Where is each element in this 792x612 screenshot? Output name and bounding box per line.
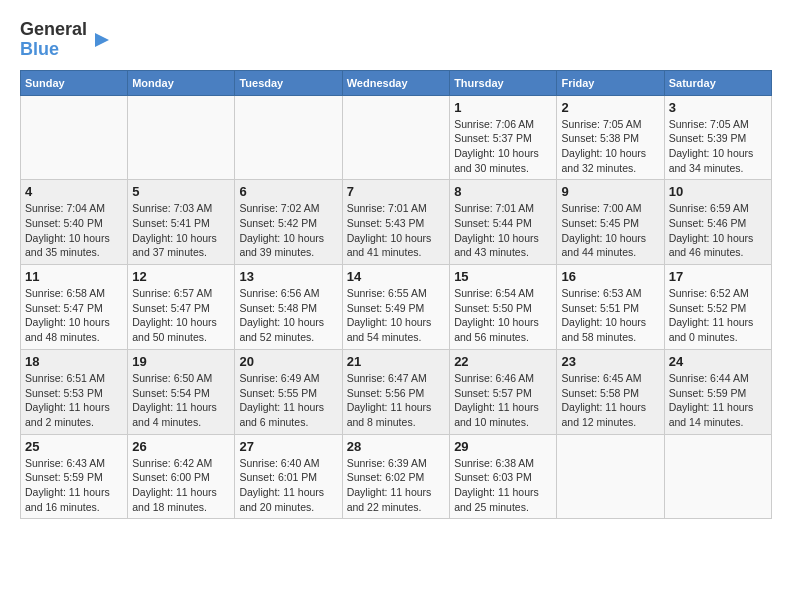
day-number: 16 xyxy=(561,269,659,284)
day-cell xyxy=(235,95,342,180)
day-info: Sunrise: 7:04 AMSunset: 5:40 PMDaylight:… xyxy=(25,201,123,260)
day-cell xyxy=(128,95,235,180)
day-number: 24 xyxy=(669,354,767,369)
day-cell: 22Sunrise: 6:46 AMSunset: 5:57 PMDayligh… xyxy=(450,349,557,434)
logo-text-general: General xyxy=(20,19,87,39)
day-info: Sunrise: 6:45 AMSunset: 5:58 PMDaylight:… xyxy=(561,371,659,430)
day-cell xyxy=(21,95,128,180)
day-cell: 6Sunrise: 7:02 AMSunset: 5:42 PMDaylight… xyxy=(235,180,342,265)
day-cell: 8Sunrise: 7:01 AMSunset: 5:44 PMDaylight… xyxy=(450,180,557,265)
day-number: 1 xyxy=(454,100,552,115)
day-cell: 10Sunrise: 6:59 AMSunset: 5:46 PMDayligh… xyxy=(664,180,771,265)
day-info: Sunrise: 6:42 AMSunset: 6:00 PMDaylight:… xyxy=(132,456,230,515)
day-cell: 5Sunrise: 7:03 AMSunset: 5:41 PMDaylight… xyxy=(128,180,235,265)
week-row-2: 4Sunrise: 7:04 AMSunset: 5:40 PMDaylight… xyxy=(21,180,772,265)
day-info: Sunrise: 6:50 AMSunset: 5:54 PMDaylight:… xyxy=(132,371,230,430)
day-cell: 2Sunrise: 7:05 AMSunset: 5:38 PMDaylight… xyxy=(557,95,664,180)
day-number: 17 xyxy=(669,269,767,284)
day-number: 3 xyxy=(669,100,767,115)
day-info: Sunrise: 6:51 AMSunset: 5:53 PMDaylight:… xyxy=(25,371,123,430)
week-row-1: 1Sunrise: 7:06 AMSunset: 5:37 PMDaylight… xyxy=(21,95,772,180)
weekday-header-thursday: Thursday xyxy=(450,70,557,95)
day-number: 14 xyxy=(347,269,445,284)
day-info: Sunrise: 7:00 AMSunset: 5:45 PMDaylight:… xyxy=(561,201,659,260)
day-cell: 16Sunrise: 6:53 AMSunset: 5:51 PMDayligh… xyxy=(557,265,664,350)
day-cell: 28Sunrise: 6:39 AMSunset: 6:02 PMDayligh… xyxy=(342,434,449,519)
day-info: Sunrise: 6:44 AMSunset: 5:59 PMDaylight:… xyxy=(669,371,767,430)
day-number: 25 xyxy=(25,439,123,454)
day-number: 12 xyxy=(132,269,230,284)
day-info: Sunrise: 6:55 AMSunset: 5:49 PMDaylight:… xyxy=(347,286,445,345)
day-number: 9 xyxy=(561,184,659,199)
day-cell: 9Sunrise: 7:00 AMSunset: 5:45 PMDaylight… xyxy=(557,180,664,265)
day-cell: 23Sunrise: 6:45 AMSunset: 5:58 PMDayligh… xyxy=(557,349,664,434)
day-info: Sunrise: 6:54 AMSunset: 5:50 PMDaylight:… xyxy=(454,286,552,345)
day-number: 6 xyxy=(239,184,337,199)
day-cell: 15Sunrise: 6:54 AMSunset: 5:50 PMDayligh… xyxy=(450,265,557,350)
calendar-table: SundayMondayTuesdayWednesdayThursdayFrid… xyxy=(20,70,772,520)
day-number: 18 xyxy=(25,354,123,369)
day-number: 15 xyxy=(454,269,552,284)
day-info: Sunrise: 6:57 AMSunset: 5:47 PMDaylight:… xyxy=(132,286,230,345)
weekday-header-sunday: Sunday xyxy=(21,70,128,95)
day-info: Sunrise: 6:59 AMSunset: 5:46 PMDaylight:… xyxy=(669,201,767,260)
day-number: 8 xyxy=(454,184,552,199)
day-number: 5 xyxy=(132,184,230,199)
day-number: 21 xyxy=(347,354,445,369)
day-info: Sunrise: 6:53 AMSunset: 5:51 PMDaylight:… xyxy=(561,286,659,345)
weekday-header-monday: Monday xyxy=(128,70,235,95)
week-row-5: 25Sunrise: 6:43 AMSunset: 5:59 PMDayligh… xyxy=(21,434,772,519)
day-info: Sunrise: 7:02 AMSunset: 5:42 PMDaylight:… xyxy=(239,201,337,260)
day-cell: 11Sunrise: 6:58 AMSunset: 5:47 PMDayligh… xyxy=(21,265,128,350)
day-info: Sunrise: 7:01 AMSunset: 5:43 PMDaylight:… xyxy=(347,201,445,260)
day-info: Sunrise: 6:43 AMSunset: 5:59 PMDaylight:… xyxy=(25,456,123,515)
weekday-header-friday: Friday xyxy=(557,70,664,95)
day-number: 23 xyxy=(561,354,659,369)
day-cell: 21Sunrise: 6:47 AMSunset: 5:56 PMDayligh… xyxy=(342,349,449,434)
day-number: 7 xyxy=(347,184,445,199)
svg-marker-0 xyxy=(95,33,109,47)
day-number: 19 xyxy=(132,354,230,369)
day-cell xyxy=(557,434,664,519)
day-cell xyxy=(664,434,771,519)
day-cell: 17Sunrise: 6:52 AMSunset: 5:52 PMDayligh… xyxy=(664,265,771,350)
day-info: Sunrise: 6:49 AMSunset: 5:55 PMDaylight:… xyxy=(239,371,337,430)
day-number: 4 xyxy=(25,184,123,199)
logo-text-blue: Blue xyxy=(20,39,59,59)
day-info: Sunrise: 6:38 AMSunset: 6:03 PMDaylight:… xyxy=(454,456,552,515)
weekday-header-tuesday: Tuesday xyxy=(235,70,342,95)
weekday-header-saturday: Saturday xyxy=(664,70,771,95)
day-number: 2 xyxy=(561,100,659,115)
day-info: Sunrise: 7:03 AMSunset: 5:41 PMDaylight:… xyxy=(132,201,230,260)
day-cell: 3Sunrise: 7:05 AMSunset: 5:39 PMDaylight… xyxy=(664,95,771,180)
week-row-3: 11Sunrise: 6:58 AMSunset: 5:47 PMDayligh… xyxy=(21,265,772,350)
day-cell: 27Sunrise: 6:40 AMSunset: 6:01 PMDayligh… xyxy=(235,434,342,519)
day-cell: 13Sunrise: 6:56 AMSunset: 5:48 PMDayligh… xyxy=(235,265,342,350)
day-cell: 14Sunrise: 6:55 AMSunset: 5:49 PMDayligh… xyxy=(342,265,449,350)
day-cell: 19Sunrise: 6:50 AMSunset: 5:54 PMDayligh… xyxy=(128,349,235,434)
day-info: Sunrise: 6:46 AMSunset: 5:57 PMDaylight:… xyxy=(454,371,552,430)
day-cell: 4Sunrise: 7:04 AMSunset: 5:40 PMDaylight… xyxy=(21,180,128,265)
logo: General Blue xyxy=(20,20,113,60)
day-cell: 12Sunrise: 6:57 AMSunset: 5:47 PMDayligh… xyxy=(128,265,235,350)
day-cell: 7Sunrise: 7:01 AMSunset: 5:43 PMDaylight… xyxy=(342,180,449,265)
day-info: Sunrise: 7:05 AMSunset: 5:39 PMDaylight:… xyxy=(669,117,767,176)
day-info: Sunrise: 6:56 AMSunset: 5:48 PMDaylight:… xyxy=(239,286,337,345)
day-cell: 25Sunrise: 6:43 AMSunset: 5:59 PMDayligh… xyxy=(21,434,128,519)
day-info: Sunrise: 6:39 AMSunset: 6:02 PMDaylight:… xyxy=(347,456,445,515)
day-number: 10 xyxy=(669,184,767,199)
day-number: 27 xyxy=(239,439,337,454)
day-info: Sunrise: 7:05 AMSunset: 5:38 PMDaylight:… xyxy=(561,117,659,176)
day-cell: 18Sunrise: 6:51 AMSunset: 5:53 PMDayligh… xyxy=(21,349,128,434)
weekday-header-wednesday: Wednesday xyxy=(342,70,449,95)
day-info: Sunrise: 6:58 AMSunset: 5:47 PMDaylight:… xyxy=(25,286,123,345)
week-row-4: 18Sunrise: 6:51 AMSunset: 5:53 PMDayligh… xyxy=(21,349,772,434)
day-cell xyxy=(342,95,449,180)
day-number: 11 xyxy=(25,269,123,284)
weekday-header-row: SundayMondayTuesdayWednesdayThursdayFrid… xyxy=(21,70,772,95)
day-number: 26 xyxy=(132,439,230,454)
day-number: 20 xyxy=(239,354,337,369)
day-number: 29 xyxy=(454,439,552,454)
day-cell: 24Sunrise: 6:44 AMSunset: 5:59 PMDayligh… xyxy=(664,349,771,434)
day-cell: 26Sunrise: 6:42 AMSunset: 6:00 PMDayligh… xyxy=(128,434,235,519)
